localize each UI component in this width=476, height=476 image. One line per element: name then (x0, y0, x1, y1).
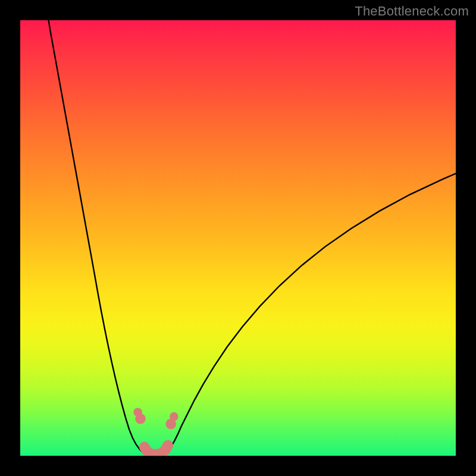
watermark-text: TheBottleneck.com (355, 4, 469, 19)
marker-left-lower (135, 414, 146, 424)
curve-left (49, 20, 149, 456)
marker-right-lower (165, 419, 176, 430)
plot-svg (20, 20, 456, 456)
plot-area (20, 20, 456, 456)
bottom-band (145, 445, 168, 454)
curve-right (164, 174, 456, 456)
markers-group (133, 408, 178, 429)
chart-frame: TheBottleneck.com (0, 0, 476, 476)
